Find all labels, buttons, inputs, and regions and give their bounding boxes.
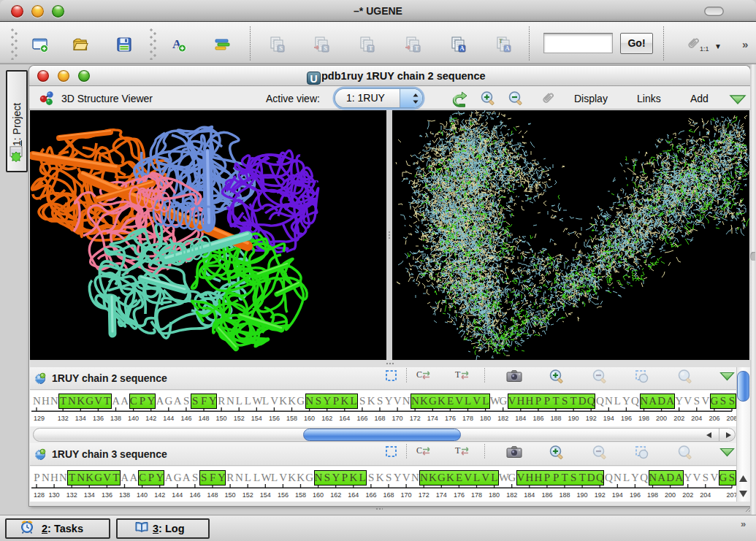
svg-text:A: A bbox=[459, 45, 465, 52]
svg-text:128: 128 bbox=[34, 491, 45, 499]
svg-text:140: 140 bbox=[128, 415, 139, 422]
svg-text:200: 200 bbox=[665, 491, 676, 499]
svg-text:129: 129 bbox=[34, 415, 45, 422]
svg-text:S: S bbox=[324, 45, 327, 52]
svg-text:184: 184 bbox=[524, 491, 535, 499]
svg-text:156: 156 bbox=[269, 415, 280, 422]
svg-text:202: 202 bbox=[682, 491, 693, 499]
svg-text:174: 174 bbox=[436, 491, 447, 499]
svg-text:186: 186 bbox=[533, 415, 544, 422]
svg-text:180: 180 bbox=[489, 491, 500, 499]
svg-text:146: 146 bbox=[190, 491, 201, 499]
svg-text:160: 160 bbox=[304, 415, 315, 422]
svg-text:138: 138 bbox=[119, 491, 130, 499]
svg-text:180: 180 bbox=[480, 415, 491, 422]
svg-text:188: 188 bbox=[560, 491, 570, 499]
svg-text:158: 158 bbox=[286, 415, 297, 422]
svg-text:132: 132 bbox=[58, 415, 69, 422]
svg-text:152: 152 bbox=[243, 491, 253, 499]
svg-text:178: 178 bbox=[471, 491, 482, 499]
svg-text:166: 166 bbox=[357, 415, 368, 422]
svg-text:192: 192 bbox=[586, 415, 597, 422]
svg-text:182: 182 bbox=[506, 491, 517, 499]
svg-text:142: 142 bbox=[145, 415, 156, 422]
svg-text:168: 168 bbox=[375, 415, 386, 422]
svg-text:T: T bbox=[499, 38, 503, 45]
svg-text:130: 130 bbox=[49, 491, 60, 499]
svg-text:152: 152 bbox=[234, 415, 245, 422]
svg-text:142: 142 bbox=[154, 491, 165, 499]
svg-text:178: 178 bbox=[462, 415, 473, 422]
svg-text:186: 186 bbox=[542, 491, 553, 499]
svg-text:158: 158 bbox=[295, 491, 306, 499]
svg-text:134: 134 bbox=[75, 415, 86, 422]
svg-text:176: 176 bbox=[454, 491, 465, 499]
svg-text:148: 148 bbox=[207, 491, 218, 499]
svg-text:156: 156 bbox=[278, 491, 289, 499]
svg-text:204: 204 bbox=[700, 491, 711, 499]
svg-text:190: 190 bbox=[577, 491, 588, 499]
svg-text:182: 182 bbox=[497, 415, 508, 422]
svg-text:190: 190 bbox=[568, 415, 579, 422]
svg-text:154: 154 bbox=[251, 415, 262, 422]
svg-text:144: 144 bbox=[164, 415, 175, 422]
svg-text:132: 132 bbox=[66, 491, 77, 499]
svg-text:176: 176 bbox=[445, 415, 456, 422]
svg-text:160: 160 bbox=[313, 491, 324, 499]
svg-text:T: T bbox=[455, 445, 461, 456]
svg-text:146: 146 bbox=[181, 415, 192, 422]
svg-text:206: 206 bbox=[709, 415, 720, 422]
svg-text:140: 140 bbox=[137, 491, 148, 499]
svg-text:196: 196 bbox=[621, 415, 632, 422]
svg-text:188: 188 bbox=[551, 415, 562, 422]
svg-text:198: 198 bbox=[647, 491, 658, 499]
svg-text:194: 194 bbox=[603, 415, 614, 422]
svg-text:148: 148 bbox=[199, 415, 210, 422]
svg-text:184: 184 bbox=[516, 415, 527, 422]
svg-text:172: 172 bbox=[419, 491, 429, 499]
svg-text:T: T bbox=[369, 45, 373, 52]
svg-text:162: 162 bbox=[330, 491, 341, 499]
svg-text:164: 164 bbox=[340, 415, 351, 422]
svg-text:198: 198 bbox=[638, 415, 649, 422]
svg-text:162: 162 bbox=[321, 415, 332, 422]
svg-text:164: 164 bbox=[348, 491, 359, 499]
svg-text:144: 144 bbox=[172, 491, 183, 499]
svg-text:200: 200 bbox=[656, 415, 667, 422]
svg-text:202: 202 bbox=[673, 415, 684, 422]
svg-text:168: 168 bbox=[383, 491, 394, 499]
svg-text:166: 166 bbox=[366, 491, 377, 499]
svg-text:150: 150 bbox=[216, 415, 227, 422]
svg-text:C: C bbox=[416, 445, 422, 456]
svg-text:S: S bbox=[279, 45, 283, 52]
svg-text:170: 170 bbox=[392, 415, 403, 422]
svg-text:134: 134 bbox=[84, 491, 95, 499]
svg-text:T: T bbox=[455, 369, 461, 380]
svg-text:196: 196 bbox=[630, 491, 641, 499]
svg-text:136: 136 bbox=[102, 491, 112, 499]
svg-text:C: C bbox=[416, 369, 422, 380]
svg-text:204: 204 bbox=[692, 415, 703, 422]
svg-text:194: 194 bbox=[612, 491, 623, 499]
svg-text:138: 138 bbox=[110, 415, 121, 422]
svg-text:150: 150 bbox=[225, 491, 236, 499]
svg-text:T: T bbox=[415, 45, 419, 52]
svg-text:136: 136 bbox=[93, 415, 104, 422]
svg-text:A: A bbox=[505, 45, 510, 52]
svg-text:174: 174 bbox=[427, 415, 438, 422]
svg-text:192: 192 bbox=[595, 491, 606, 499]
svg-text:154: 154 bbox=[260, 491, 271, 499]
svg-text:172: 172 bbox=[410, 415, 421, 422]
svg-text:170: 170 bbox=[401, 491, 412, 499]
